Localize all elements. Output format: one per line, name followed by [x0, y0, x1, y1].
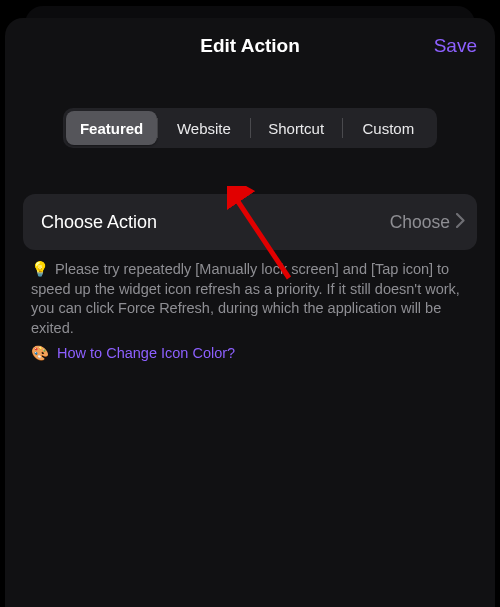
- segment-label: Shortcut: [268, 120, 324, 137]
- segment-label: Featured: [80, 120, 143, 137]
- change-icon-color-link[interactable]: How to Change Icon Color?: [57, 345, 235, 361]
- category-segmented-control[interactable]: Featured Website Shortcut Custom: [63, 108, 437, 148]
- bulb-icon: 💡: [31, 261, 49, 277]
- palette-icon: 🎨: [31, 345, 49, 361]
- chevron-right-icon: [456, 213, 465, 232]
- segment-label: Website: [177, 120, 231, 137]
- choose-action-value: Choose: [390, 212, 450, 233]
- segment-featured[interactable]: Featured: [66, 111, 157, 145]
- edit-action-sheet: Edit Action Save Featured Website Shortc…: [5, 18, 495, 607]
- help-note: 💡 Please try repeatedly [Manually lock s…: [31, 260, 469, 364]
- segment-label: Custom: [363, 120, 415, 137]
- segment-custom[interactable]: Custom: [343, 111, 434, 145]
- sheet-header: Edit Action Save: [5, 18, 495, 74]
- choose-action-row[interactable]: Choose Action Choose: [23, 194, 477, 250]
- save-button[interactable]: Save: [434, 35, 477, 57]
- choose-action-label: Choose Action: [41, 212, 390, 233]
- segment-shortcut[interactable]: Shortcut: [251, 111, 342, 145]
- segment-website[interactable]: Website: [158, 111, 249, 145]
- sheet-title: Edit Action: [200, 35, 300, 57]
- help-note-body: Please try repeatedly [Manually lock scr…: [31, 261, 460, 336]
